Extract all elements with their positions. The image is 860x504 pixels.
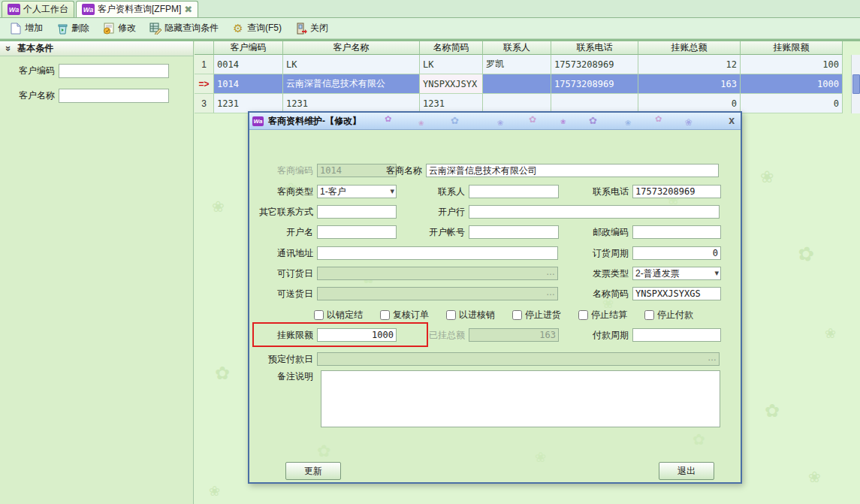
flower-decoration [385, 114, 391, 124]
checkbox[interactable] [578, 310, 588, 320]
modify-button[interactable]: 修改 [98, 20, 141, 37]
customer-code-input[interactable] [59, 64, 169, 78]
header-phone[interactable]: 联系电话 [551, 41, 638, 55]
bank-field: 开户行 [406, 205, 720, 219]
cell-phone: 17573208969 [551, 74, 638, 94]
checkbox-verify-by-purchase[interactable]: 以进核销 [446, 309, 495, 321]
account-no-input[interactable] [469, 225, 559, 239]
order-cycle-input[interactable] [632, 246, 721, 260]
credit-total-label: 已挂总额 [406, 329, 469, 342]
flower-decoration [418, 119, 424, 127]
cell-name-code: LK [420, 55, 483, 74]
table-row[interactable]: 1 0014 LK LK 罗凯 17573208969 12 100 [195, 55, 843, 74]
vertical-scrollbar[interactable] [851, 55, 860, 113]
credit-total-input [469, 328, 559, 342]
checkbox-stop-payment[interactable]: 停止付款 [644, 309, 693, 321]
invoice-type-select[interactable]: 2-普通发票 [632, 267, 721, 280]
update-button[interactable]: 更新 [285, 462, 341, 480]
name-code-input[interactable] [632, 287, 721, 300]
vendor-name-label: 客商名称 [363, 164, 426, 177]
tab-close-icon[interactable] [184, 4, 192, 15]
header-credit-limit[interactable]: 挂账限额 [741, 41, 843, 55]
invoice-type-value: 2-普通发票 [635, 267, 680, 280]
cell-credit-total: 163 [638, 74, 741, 94]
cell-credit-limit: 0 [741, 94, 843, 113]
other-contact-label: 其它联系方式 [254, 206, 317, 219]
checkbox-label: 以销定结 [327, 309, 363, 321]
checkbox[interactable] [644, 310, 654, 320]
invoice-type-field: 发票类型 2-普通发票 [569, 267, 721, 280]
checkbox[interactable] [380, 310, 390, 320]
bank-input[interactable] [469, 205, 720, 219]
cell-credit-limit: 1000 [741, 74, 843, 94]
contact-label: 联系人 [406, 186, 469, 198]
vendor-type-select[interactable]: 1-客户 [317, 185, 397, 198]
other-contact-input[interactable] [317, 205, 397, 219]
dialog-close-icon[interactable]: x [729, 115, 735, 125]
table-body: 1 0014 LK LK 罗凯 17573208969 12 100 => 10… [195, 55, 843, 113]
tab-personal-workspace[interactable]: Wa 个人工作台 [2, 1, 74, 17]
orderable-date-input[interactable] [317, 267, 558, 280]
vendor-type-field: 客商类型 1-客户 [254, 185, 397, 198]
tab-bar: Wa 个人工作台 Wa 客户资料查询[ZFPM] [0, 0, 860, 18]
checkbox-stop-purchase[interactable]: 停止进货 [512, 309, 561, 321]
phone-input[interactable] [632, 185, 721, 198]
credit-limit-input[interactable] [317, 328, 397, 342]
other-contact-field: 其它联系方式 [254, 205, 397, 219]
scheduled-payment-date-input[interactable] [317, 352, 720, 366]
address-input[interactable] [317, 246, 558, 260]
checkbox[interactable] [314, 310, 324, 320]
scheduled-payment-date-field: 预定付款日 [254, 352, 720, 366]
postal-code-label: 邮政编码 [569, 226, 632, 239]
account-name-field: 开户名 [254, 225, 397, 239]
remarks-textarea[interactable] [321, 370, 720, 427]
header-contact[interactable]: 联系人 [483, 41, 551, 55]
checkbox-review-order[interactable]: 复核订单 [380, 309, 429, 321]
vendor-type-value: 1-客户 [320, 186, 346, 198]
add-button[interactable]: 增加 [5, 20, 48, 37]
payment-cycle-label: 付款周期 [569, 329, 632, 342]
payment-cycle-input[interactable] [632, 328, 721, 342]
header-rownum [195, 41, 214, 55]
checkbox[interactable] [446, 310, 456, 320]
add-label: 增加 [25, 22, 43, 35]
header-customer-name[interactable]: 客户名称 [283, 41, 420, 55]
flower-decoration [451, 115, 459, 126]
cell-customer-name: LK [283, 55, 420, 74]
header-name-code[interactable]: 名称简码 [420, 41, 483, 55]
exit-button[interactable]: 退出 [659, 462, 714, 480]
checkbox-label: 停止付款 [657, 309, 693, 321]
cell-contact: 罗凯 [483, 55, 551, 74]
cell-customer-code: 1014 [214, 74, 283, 94]
tab-customer-query[interactable]: Wa 客户资料查询[ZFPM] [76, 1, 198, 17]
account-no-field: 开户帐号 [406, 225, 559, 239]
deliverable-date-input[interactable] [317, 287, 558, 300]
customer-name-input[interactable] [59, 89, 169, 103]
hide-query-conditions-button[interactable]: 隐藏查询条件 [144, 20, 224, 37]
gears-icon [232, 23, 244, 35]
dialog-body: 客商编码 客商名称 客商类型 1-客户 联系人 联系电话 其它联系方式 开户行 [249, 130, 741, 484]
vendor-name-input[interactable] [426, 164, 719, 177]
dialog-title-bar[interactable]: Wa 客商资料维护-【修改】 x [249, 113, 741, 130]
credit-total-field: 已挂总额 [406, 328, 559, 342]
close-label: 关闭 [310, 22, 328, 35]
scrollbar-thumb[interactable] [852, 74, 860, 94]
delete-button[interactable]: 删除 [51, 20, 95, 37]
flower-decoration [560, 118, 566, 125]
postal-code-input[interactable] [632, 225, 721, 239]
checkbox-stop-settle[interactable]: 停止结算 [578, 309, 627, 321]
checkbox-settle-by-sale[interactable]: 以销定结 [314, 309, 363, 321]
cell-name-code-current: YNSPXXJSYX [420, 74, 483, 94]
header-customer-code[interactable]: 客户编码 [214, 41, 283, 55]
contact-input[interactable] [469, 185, 559, 198]
row-selector-arrow: => [195, 74, 214, 94]
basic-conditions-header[interactable]: 基本条件 [0, 41, 193, 56]
customer-code-field: 客户编码 [0, 64, 169, 78]
query-button[interactable]: 查询(F5) [227, 20, 287, 37]
table-row-selected[interactable]: => 1014 云南深普信息技术有限公 YNSPXXJSYX 175732089… [195, 74, 843, 94]
header-credit-total[interactable]: 挂账总额 [638, 41, 741, 55]
close-button[interactable]: 关闭 [290, 20, 333, 37]
account-name-input[interactable] [317, 225, 397, 239]
checkbox[interactable] [512, 310, 522, 320]
orderable-date-label: 可订货日 [254, 267, 317, 280]
